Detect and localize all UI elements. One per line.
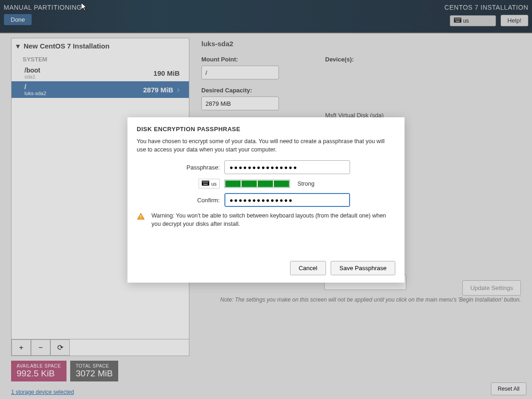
svg-rect-8 [455, 19, 455, 20]
keyboard-mini-indicator[interactable]: us [199, 179, 220, 188]
svg-rect-27 [206, 182, 207, 183]
svg-rect-11 [458, 19, 458, 20]
note-text: Note: The settings you make on this scre… [201, 296, 521, 304]
svg-rect-12 [459, 19, 459, 20]
partition-toolbar: + − ⟳ [12, 339, 189, 356]
keyboard-indicator[interactable]: us [450, 15, 496, 26]
svg-rect-6 [459, 18, 459, 18]
tree-header[interactable]: ▾ New CentOS 7 Installation [12, 38, 189, 54]
dialog-description: You have chosen to encrypt some of your … [137, 137, 395, 154]
devices-label: Device(s): [325, 56, 384, 63]
confirm-label: Confirm: [146, 197, 220, 204]
keyboard-icon [202, 181, 209, 187]
partition-item-boot[interactable]: /boot sda1 190 MiB [12, 65, 189, 81]
svg-rect-2 [455, 18, 456, 18]
svg-rect-28 [207, 182, 208, 183]
reload-button[interactable]: ⟳ [50, 339, 70, 356]
svg-rect-3 [456, 18, 457, 18]
save-passphrase-button[interactable]: Save Passphrase [331, 261, 395, 275]
keyboard-icon [454, 18, 461, 24]
chevron-right-icon: › [177, 85, 180, 95]
svg-rect-5 [458, 18, 459, 18]
encryption-passphrase-dialog: DISK ENCRYPTION PASSPHRASE You have chos… [127, 117, 405, 283]
svg-rect-9 [456, 19, 456, 20]
svg-rect-14 [455, 21, 459, 21]
available-space-label: AVAILABLE SPACE [17, 363, 61, 369]
mount-point-label: Mount Point: [201, 56, 279, 63]
partition-item-root[interactable]: / luks-sda2 2879 MiB › [12, 81, 189, 98]
page-title: MANUAL PARTITIONING [4, 4, 82, 11]
device-label: sda1 [24, 74, 40, 79]
size-label: 190 MiB [153, 69, 180, 77]
install-title: CENTOS 7 INSTALLATION [444, 4, 528, 11]
available-space-box: AVAILABLE SPACE 992.5 KiB [11, 361, 66, 381]
header-bar: MANUAL PARTITIONING Done CENTOS 7 INSTAL… [0, 0, 532, 33]
device-label: luks-sda2 [24, 91, 46, 96]
devices-selected-link[interactable]: 1 storage device selected [11, 389, 189, 395]
svg-rect-4 [457, 18, 458, 18]
cancel-button[interactable]: Cancel [290, 261, 326, 275]
svg-rect-30 [140, 215, 141, 218]
svg-rect-31 [140, 218, 141, 219]
svg-rect-16 [203, 181, 203, 182]
svg-rect-17 [204, 181, 204, 182]
svg-rect-25 [205, 182, 205, 183]
total-space-box: TOTAL SPACE 3072 MiB [70, 361, 118, 381]
confirm-input[interactable] [224, 193, 350, 207]
svg-rect-29 [204, 184, 208, 185]
tree-section-label: SYSTEM [12, 54, 189, 65]
mount-label: / [24, 83, 46, 91]
keyboard-mini-label: us [211, 181, 217, 187]
done-button[interactable]: Done [4, 14, 32, 25]
mount-label: /boot [24, 66, 40, 74]
warning-text: Warning: You won't be able to switch bet… [151, 212, 395, 228]
total-space-label: TOTAL SPACE [76, 363, 113, 369]
capacity-input[interactable] [201, 97, 279, 110]
svg-rect-21 [207, 181, 208, 182]
svg-rect-10 [457, 19, 457, 20]
capacity-label: Desired Capacity: [201, 87, 279, 94]
svg-rect-23 [203, 182, 203, 183]
dialog-title: DISK ENCRYPTION PASSPHRASE [137, 126, 395, 133]
partition-detail-title: luks-sda2 [201, 40, 521, 48]
remove-partition-button[interactable]: − [31, 339, 50, 356]
svg-rect-1 [454, 18, 455, 18]
svg-rect-18 [205, 181, 205, 182]
add-partition-button[interactable]: + [12, 339, 31, 356]
svg-rect-22 [208, 181, 209, 182]
svg-rect-20 [206, 181, 207, 182]
tree-title: New CentOS 7 Installation [24, 42, 109, 50]
strength-meter [224, 180, 290, 188]
svg-rect-7 [460, 18, 460, 18]
passphrase-label: Passphrase: [146, 164, 220, 171]
warning-icon [137, 212, 145, 228]
space-summary: AVAILABLE SPACE 992.5 KiB TOTAL SPACE 30… [11, 361, 189, 381]
keyboard-layout-label: us [463, 18, 469, 24]
help-button[interactable]: Help! [501, 15, 528, 26]
size-label: 2879 MiB [143, 86, 173, 94]
svg-rect-26 [206, 182, 206, 183]
caret-down-icon: ▾ [16, 42, 20, 50]
update-settings-button[interactable]: Update Settings [462, 280, 521, 296]
passphrase-input[interactable] [224, 160, 350, 174]
reset-all-button[interactable]: Reset All [491, 382, 526, 395]
svg-rect-13 [459, 19, 460, 20]
mount-point-input[interactable] [201, 66, 279, 79]
svg-rect-24 [204, 182, 204, 183]
available-space-value: 992.5 KiB [17, 369, 61, 379]
strength-label: Strong [297, 181, 314, 187]
total-space-value: 3072 MiB [76, 369, 113, 379]
svg-rect-19 [206, 181, 206, 182]
